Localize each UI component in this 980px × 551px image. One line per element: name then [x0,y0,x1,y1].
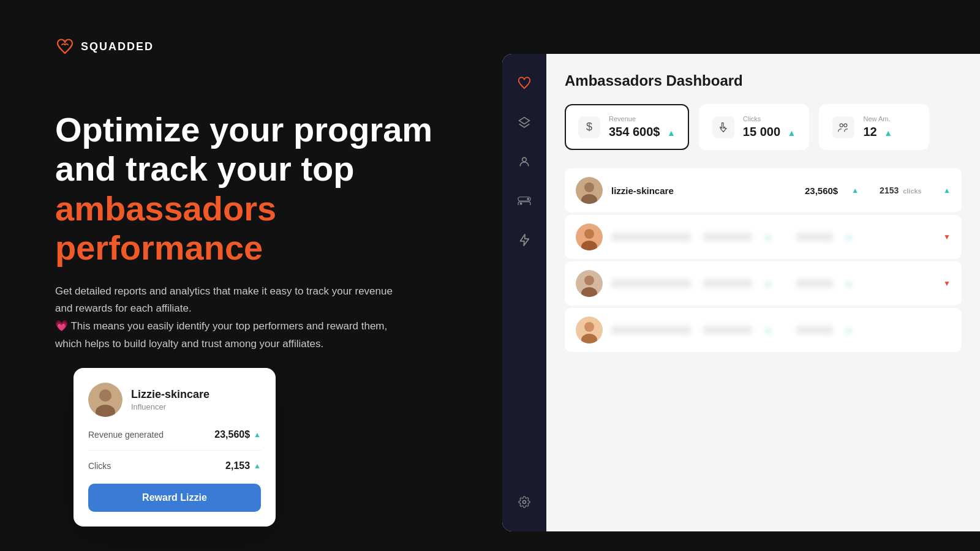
amb3-trend: ▲ [845,279,853,288]
sidebar-icon-bolt[interactable] [513,229,535,251]
stats-row: $ Revenue 354 600$ ▲ Clicks [565,104,962,150]
hero-title-orange: ambassadors performance [55,189,484,268]
amb3-rev-trend: ▲ [764,279,772,288]
sidebar-icon-user[interactable] [513,151,535,173]
clicks-value: 15 000 ▲ [743,125,796,139]
popup-revenue-row: Revenue generated 23,560$ ▲ [88,429,261,440]
amb4-rev-trend: ▲ [764,326,772,334]
dashboard-content: Ambassadors Dashboard $ Revenue 354 600$… [546,54,980,531]
amb2-rev-trend: ▲ [764,233,772,241]
svg-point-16 [584,276,594,285]
new-am-trend-icon: ▲ [884,128,892,138]
sidebar-icon-layers[interactable] [513,111,535,133]
amb3-rev-blur [703,279,752,288]
ambassador-list: lizzie-skincare 23,560$ ▲ 2153 clicks ▲ [565,168,962,352]
lizzie-revenue-trend: ▲ [851,186,859,195]
amb2-trend-right: ▼ [943,233,951,241]
dashboard-panel: Ambassadors Dashboard $ Revenue 354 600$… [502,54,980,531]
amb4-name-blur [611,326,691,334]
hero-title-line2: and track your top [55,149,484,189]
revenue-label: Revenue [609,115,676,122]
new-am-icon [832,116,854,138]
clicks-label: Clicks [743,115,796,122]
svg-point-8 [844,124,847,127]
reward-button[interactable]: Reward Lizzie [88,484,261,512]
logo-icon [55,37,75,56]
stat-card-clicks: Clicks 15 000 ▲ [699,104,810,150]
lizzie-avatar [576,177,603,204]
new-am-value: 12 ▲ [863,125,916,139]
popup-clicks-trend: ▲ [254,462,261,470]
amb3-trend-right: ▼ [943,279,951,288]
sidebar-icon-gear[interactable] [513,491,535,513]
amb4-rev-blur [703,326,752,334]
logo-text: SQUADDED [81,40,154,53]
ambassador-row-3[interactable]: ▲ ▲ ▼ [565,261,962,305]
lizzie-revenue: 23,560$ [805,186,838,196]
svg-point-1 [522,157,527,162]
svg-point-10 [584,182,594,192]
ambassador-row-4[interactable]: ▲ ▲ [565,308,962,352]
amb3-avatar [576,270,603,297]
logo-area: SQUADDED [55,37,154,56]
hero-title-line1: Optimize your program [55,110,484,149]
svg-point-7 [840,124,843,127]
lizzie-trend: ▲ [943,186,951,195]
amb2-trend: ▲ [845,233,853,241]
popup-role: Influencer [131,402,209,411]
popup-revenue-trend: ▲ [254,430,261,439]
amb2-rev-blur [703,233,752,241]
clicks-icon [712,116,734,138]
lizzie-clicks: 2153 clicks [880,186,935,195]
popup-header: Lizzie-skincare Influencer [88,383,261,417]
svg-point-5 [520,203,522,205]
hero-description: Get detailed reports and analytics that … [55,283,410,354]
amb4-clicks-blur [796,326,833,334]
svg-point-22 [99,389,111,402]
lizzie-name: lizzie-skincare [611,186,796,196]
dashboard-title: Ambassadors Dashboard [565,72,962,89]
amb2-name-blur [611,233,691,241]
profile-popup: Lizzie-skincare Influencer Revenue gener… [74,368,276,527]
amb2-clicks-blur [796,233,833,241]
svg-point-19 [584,322,594,332]
amb2-avatar [576,223,603,250]
ambassador-row-lizzie[interactable]: lizzie-skincare 23,560$ ▲ 2153 clicks ▲ [565,168,962,212]
revenue-icon: $ [578,116,600,138]
clicks-trend-icon: ▲ [788,128,796,138]
sidebar-icon-toggle[interactable] [513,190,535,212]
popup-avatar [88,383,123,417]
amb4-trend: ▲ [845,326,853,334]
popup-clicks-label: Clicks [88,461,111,471]
revenue-trend-icon: ▲ [667,128,676,138]
svg-marker-0 [519,118,530,124]
popup-clicks-value: 2,153 ▲ [225,460,261,471]
popup-clicks-row: Clicks 2,153 ▲ [88,460,261,471]
popup-name: Lizzie-skincare [131,388,209,401]
sidebar [502,54,546,531]
stat-card-new-am: New Am. 12 ▲ [819,104,929,150]
stat-card-revenue: $ Revenue 354 600$ ▲ [565,104,689,150]
amb3-clicks-blur [796,279,833,288]
amb4-avatar [576,317,603,343]
svg-point-4 [527,198,529,200]
hero-area: Optimize your program and track your top… [55,110,484,353]
revenue-value: 354 600$ ▲ [609,125,676,139]
ambassador-row-2[interactable]: ▲ ▲ ▼ [565,215,962,259]
svg-point-13 [584,229,594,239]
amb3-name-blur [611,279,691,288]
new-am-label: New Am. [863,115,916,122]
popup-revenue-label: Revenue generated [88,430,164,440]
svg-point-6 [523,501,526,504]
popup-divider [88,450,261,451]
popup-revenue-value: 23,560$ ▲ [214,429,261,440]
sidebar-icon-heart[interactable] [513,72,535,94]
